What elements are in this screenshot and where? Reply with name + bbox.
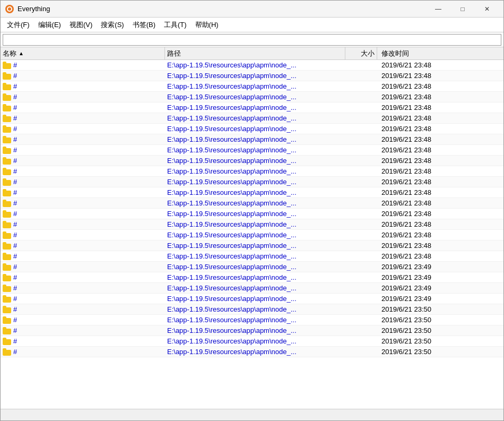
row-name-text: # — [13, 114, 17, 122]
table-row[interactable]: # E:\app-1.19.5\resources\app\apm\node_.… — [1, 283, 503, 294]
table-row[interactable]: # E:\app-1.19.5\resources\app\apm\node_.… — [1, 177, 503, 187]
row-name-cell: # — [1, 231, 165, 239]
row-modified-cell: 2019/6/21 23:49 — [377, 284, 503, 292]
table-row[interactable]: # E:\app-1.19.5\resources\app\apm\node_.… — [1, 336, 503, 347]
table-row[interactable]: # E:\app-1.19.5\resources\app\apm\node_.… — [1, 230, 503, 240]
row-name-text: # — [13, 295, 17, 303]
maximize-button[interactable]: □ — [450, 1, 475, 18]
row-name-text: # — [13, 284, 17, 292]
menu-item[interactable]: 搜索(S) — [97, 18, 128, 32]
row-modified-cell: 2019/6/21 23:49 — [377, 263, 503, 271]
column-header-modified[interactable]: 修改时间 — [377, 47, 503, 59]
table-row[interactable]: # E:\app-1.19.5\resources\app\apm\node_.… — [1, 251, 503, 262]
menu-item[interactable]: 文件(F) — [3, 18, 34, 32]
column-header-path[interactable]: 路径 — [165, 47, 345, 59]
row-path-cell: E:\app-1.19.5\resources\app\apm\node_... — [165, 72, 345, 80]
row-path-cell: E:\app-1.19.5\resources\app\apm\node_... — [165, 82, 345, 90]
folder-icon — [3, 338, 11, 345]
row-name-cell: # — [1, 72, 165, 80]
table-row[interactable]: # E:\app-1.19.5\resources\app\apm\node_.… — [1, 294, 503, 304]
row-name-cell: # — [1, 295, 165, 303]
row-name-cell: # — [1, 61, 165, 69]
folder-icon — [3, 253, 11, 260]
row-path-cell: E:\app-1.19.5\resources\app\apm\node_... — [165, 252, 345, 260]
table-row[interactable]: # E:\app-1.19.5\resources\app\apm\node_.… — [1, 325, 503, 336]
row-name-text: # — [13, 316, 17, 324]
folder-icon — [3, 274, 11, 281]
menu-item[interactable]: 编辑(E) — [34, 18, 65, 32]
folder-icon — [3, 210, 11, 218]
table-row[interactable]: # E:\app-1.19.5\resources\app\apm\node_.… — [1, 92, 503, 102]
folder-icon — [3, 263, 11, 271]
row-modified-cell: 2019/6/21 23:48 — [377, 61, 503, 69]
row-modified-cell: 2019/6/21 23:50 — [377, 348, 503, 356]
table-row[interactable]: # E:\app-1.19.5\resources\app\apm\node_.… — [1, 304, 503, 315]
row-name-cell: # — [1, 316, 165, 324]
row-name-text: # — [13, 104, 17, 111]
row-name-text: # — [13, 61, 17, 69]
column-header-size[interactable]: 大小 — [345, 47, 377, 59]
file-table: 名称 ▲ 路径 大小 修改时间 # E:\app-1.19.5\resource… — [1, 47, 503, 409]
folder-icon — [3, 115, 11, 122]
folder-icon — [3, 285, 11, 292]
row-name-cell: # — [1, 125, 165, 133]
row-path-cell: E:\app-1.19.5\resources\app\apm\node_... — [165, 125, 345, 133]
folder-icon — [3, 147, 11, 154]
sort-arrow-icon: ▲ — [19, 50, 24, 56]
table-row[interactable]: # E:\app-1.19.5\resources\app\apm\node_.… — [1, 315, 503, 325]
menu-item[interactable]: 工具(T) — [160, 18, 191, 32]
table-row[interactable]: # E:\app-1.19.5\resources\app\apm\node_.… — [1, 81, 503, 92]
row-name-text: # — [13, 178, 17, 186]
row-name-text: # — [13, 231, 17, 239]
table-row[interactable]: # E:\app-1.19.5\resources\app\apm\node_.… — [1, 347, 503, 357]
row-name-cell: # — [1, 114, 165, 122]
table-row[interactable]: # E:\app-1.19.5\resources\app\apm\node_.… — [1, 240, 503, 251]
table-row[interactable]: # E:\app-1.19.5\resources\app\apm\node_.… — [1, 209, 503, 219]
table-row[interactable]: # E:\app-1.19.5\resources\app\apm\node_.… — [1, 102, 503, 113]
row-modified-cell: 2019/6/21 23:48 — [377, 146, 503, 154]
row-name-text: # — [13, 167, 17, 175]
table-row[interactable]: # E:\app-1.19.5\resources\app\apm\node_.… — [1, 134, 503, 145]
svg-point-2 — [8, 7, 11, 11]
folder-icon — [3, 242, 11, 250]
row-name-text: # — [13, 210, 17, 218]
row-path-cell: E:\app-1.19.5\resources\app\apm\node_... — [165, 210, 345, 218]
row-modified-cell: 2019/6/21 23:48 — [377, 157, 503, 165]
menu-item[interactable]: 书签(B) — [128, 18, 160, 32]
close-button[interactable]: ✕ — [475, 1, 499, 18]
table-row[interactable]: # E:\app-1.19.5\resources\app\apm\node_.… — [1, 60, 503, 71]
folder-icon — [3, 200, 11, 207]
row-modified-cell: 2019/6/21 23:48 — [377, 114, 503, 122]
table-row[interactable]: # E:\app-1.19.5\resources\app\apm\node_.… — [1, 71, 503, 81]
table-row[interactable]: # E:\app-1.19.5\resources\app\apm\node_.… — [1, 166, 503, 177]
row-path-cell: E:\app-1.19.5\resources\app\apm\node_... — [165, 178, 345, 186]
row-name-cell: # — [1, 242, 165, 250]
table-row[interactable]: # E:\app-1.19.5\resources\app\apm\node_.… — [1, 272, 503, 283]
table-row[interactable]: # E:\app-1.19.5\resources\app\apm\node_.… — [1, 124, 503, 134]
row-path-cell: E:\app-1.19.5\resources\app\apm\node_... — [165, 61, 345, 69]
column-header-name[interactable]: 名称 ▲ — [1, 47, 165, 59]
menu-item[interactable]: 视图(V) — [65, 18, 97, 32]
table-row[interactable]: # E:\app-1.19.5\resources\app\apm\node_.… — [1, 262, 503, 272]
folder-icon — [3, 221, 11, 228]
search-input[interactable] — [3, 34, 501, 46]
row-name-text: # — [13, 242, 17, 250]
minimize-button[interactable]: — — [426, 1, 450, 18]
folder-icon — [3, 168, 11, 175]
table-row[interactable]: # E:\app-1.19.5\resources\app\apm\node_.… — [1, 113, 503, 124]
row-name-cell: # — [1, 348, 165, 356]
row-path-cell: E:\app-1.19.5\resources\app\apm\node_... — [165, 316, 345, 324]
row-name-text: # — [13, 252, 17, 260]
row-modified-cell: 2019/6/21 23:50 — [377, 327, 503, 334]
table-row[interactable]: # E:\app-1.19.5\resources\app\apm\node_.… — [1, 156, 503, 166]
table-row[interactable]: # E:\app-1.19.5\resources\app\apm\node_.… — [1, 187, 503, 198]
table-row[interactable]: # E:\app-1.19.5\resources\app\apm\node_.… — [1, 145, 503, 156]
row-name-text: # — [13, 188, 17, 196]
row-name-text: # — [13, 348, 17, 356]
table-row[interactable]: # E:\app-1.19.5\resources\app\apm\node_.… — [1, 198, 503, 209]
menu-item[interactable]: 帮助(H) — [191, 18, 223, 32]
table-row[interactable]: # E:\app-1.19.5\resources\app\apm\node_.… — [1, 219, 503, 230]
row-name-text: # — [13, 72, 17, 80]
row-path-cell: E:\app-1.19.5\resources\app\apm\node_... — [165, 295, 345, 303]
row-modified-cell: 2019/6/21 23:48 — [377, 188, 503, 196]
